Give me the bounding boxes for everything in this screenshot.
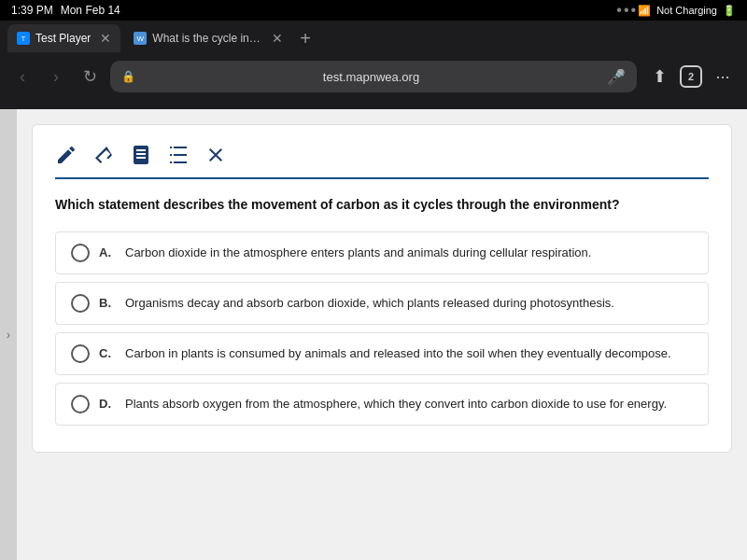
three-dots: ••• bbox=[616, 2, 638, 19]
browser-actions: ⬆ 2 ··· bbox=[644, 62, 738, 91]
tab-label-2: What is the cycle involvi… bbox=[152, 32, 262, 45]
sidebar-area: › Which bbox=[0, 109, 747, 560]
option-text-d: Plants absorb oxygen from the atmosphere… bbox=[125, 396, 667, 413]
option-letter-c: C. bbox=[99, 346, 116, 360]
tab-test-player[interactable]: T Test Player ✕ bbox=[7, 24, 120, 52]
mic-icon[interactable]: 🎤 bbox=[607, 68, 626, 86]
tab-close-2[interactable]: ✕ bbox=[272, 31, 283, 46]
book-icon[interactable] bbox=[130, 144, 152, 166]
lines-icon[interactable] bbox=[167, 144, 190, 166]
back-button[interactable]: ‹ bbox=[9, 63, 35, 90]
share-button[interactable]: ⬆ bbox=[644, 62, 674, 91]
tab-close-1[interactable]: ✕ bbox=[100, 31, 111, 46]
menu-button[interactable]: ··· bbox=[708, 62, 738, 91]
time-display: 1:39 PM bbox=[11, 4, 53, 17]
new-tab-button[interactable]: + bbox=[300, 29, 311, 48]
url-display: test.mapnwea.org bbox=[143, 70, 599, 84]
pencil-icon[interactable] bbox=[55, 144, 78, 166]
radio-b[interactable] bbox=[71, 294, 90, 313]
answer-option-b[interactable]: B. Organisms decay and absorb carbon dio… bbox=[55, 282, 709, 325]
option-letter-a: A. bbox=[99, 245, 116, 259]
chevron-icon: › bbox=[7, 329, 10, 342]
option-letter-d: D. bbox=[99, 397, 116, 411]
battery-icon: 🔋 bbox=[723, 5, 736, 17]
battery-status: Not Charging bbox=[656, 5, 717, 16]
question-text: Which statement describes the movement o… bbox=[55, 196, 709, 215]
option-text-a: Carbon dioxide in the atmosphere enters … bbox=[125, 245, 591, 261]
eraser-icon[interactable] bbox=[92, 144, 115, 166]
radio-c[interactable] bbox=[71, 344, 90, 363]
option-text-c: Carbon in plants is consumed by animals … bbox=[125, 345, 671, 362]
answer-option-a[interactable]: A. Carbon dioxide in the atmosphere ente… bbox=[55, 231, 709, 274]
option-text-b: Organisms decay and absorb carbon dioxid… bbox=[125, 295, 614, 312]
option-letter-b: B. bbox=[99, 296, 116, 310]
tab-favicon-2: W bbox=[134, 32, 147, 45]
tab-bar: T Test Player ✕ W What is the cycle invo… bbox=[0, 21, 747, 56]
lock-icon: 🔒 bbox=[121, 70, 135, 83]
date-display: Mon Feb 14 bbox=[61, 4, 120, 17]
cross-icon[interactable] bbox=[204, 144, 227, 166]
tab-count-badge[interactable]: 2 bbox=[680, 65, 702, 88]
address-bar[interactable]: 🔒 test.mapnwea.org 🎤 bbox=[110, 61, 637, 92]
reload-button[interactable]: ↻ bbox=[77, 63, 103, 90]
tab-label-1: Test Player bbox=[35, 32, 91, 45]
status-left: 1:39 PM Mon Feb 14 bbox=[11, 4, 120, 17]
browser-chrome: T Test Player ✕ W What is the cycle invo… bbox=[0, 21, 747, 109]
wifi-icon: 📶 bbox=[638, 5, 651, 17]
address-bar-row: ‹ › ↻ 🔒 test.mapnwea.org 🎤 ⬆ 2 ··· bbox=[0, 56, 747, 97]
status-right: 📶 Not Charging 🔋 bbox=[638, 5, 736, 17]
radio-d[interactable] bbox=[71, 395, 90, 413]
forward-button[interactable]: › bbox=[43, 63, 69, 90]
main-content: Which statement describes the movement o… bbox=[17, 109, 747, 560]
radio-a[interactable] bbox=[71, 244, 90, 262]
sidebar-toggle[interactable]: › bbox=[0, 109, 17, 560]
status-bar: 1:39 PM Mon Feb 14 ••• 📶 Not Charging 🔋 bbox=[0, 0, 747, 21]
answer-option-d[interactable]: D. Plants absorb oxygen from the atmosph… bbox=[55, 383, 709, 426]
question-panel: Which statement describes the movement o… bbox=[32, 124, 732, 453]
tab-what-is-cycle[interactable]: W What is the cycle involvi… ✕ bbox=[124, 24, 292, 52]
answer-option-c[interactable]: C. Carbon in plants is consumed by anima… bbox=[55, 332, 709, 375]
tab-favicon-1: T bbox=[17, 32, 30, 45]
question-toolbar bbox=[55, 144, 709, 179]
